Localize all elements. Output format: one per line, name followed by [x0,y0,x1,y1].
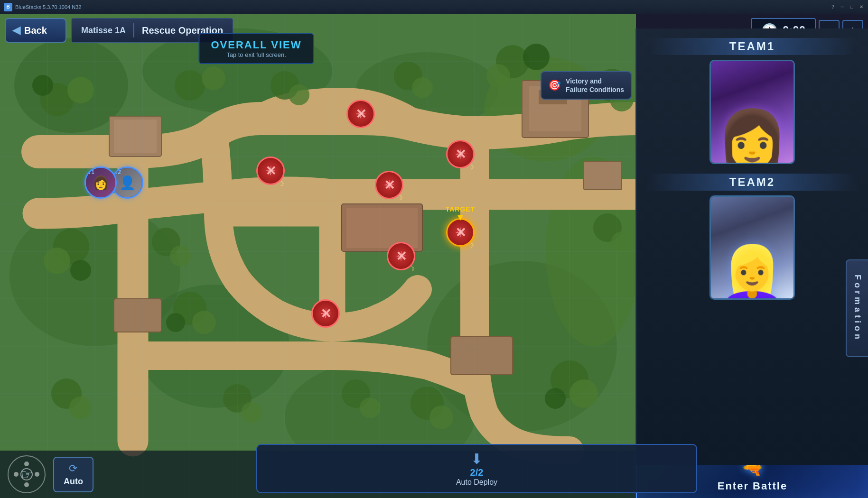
svg-point-40 [611,231,632,252]
team1-avatar-card[interactable]: 👩 [709,60,795,164]
auto-deploy-label: Auto Deploy [456,478,497,487]
formation-button[interactable]: Formation [846,259,868,357]
svg-rect-17 [451,337,513,375]
enemy-marker-6[interactable]: ✕ ☽ [387,242,415,270]
overall-view-title: OVERALL VIEW [211,39,301,51]
t1-label: T1 [88,169,94,175]
svg-point-45 [69,397,92,419]
target-arrow: ▼ [456,212,465,223]
team1-block: TEAM1 👩 [646,38,859,164]
vf-line2: Failure Conditions [566,86,624,93]
auto-label: Auto [64,477,83,487]
window-controls: ? ─ □ ✕ [830,4,864,10]
auto-deploy-button[interactable]: ⬇ 2/2 Auto Deploy [256,444,697,493]
deploy-count: 2/2 [470,467,484,478]
svg-point-34 [170,246,191,267]
team2-avatar-card[interactable]: 👱‍♀️ [709,195,795,300]
victory-icon: 🎯 [548,79,561,92]
enemy-marker-4[interactable]: ✕ ☽ [446,140,475,168]
svg-rect-19 [584,161,622,190]
back-arrow-icon: ◀ [12,24,20,37]
restore-button[interactable]: □ [849,4,855,10]
enemy-marker-5-target[interactable]: TARGET ▼ ✕ ☽ [446,218,475,247]
svg-point-24 [202,66,225,90]
svg-point-21 [67,77,94,103]
app-icon: B [4,3,12,11]
teams-container: TEAM1 👩 TEAM2 👱‍♀️ [636,28,868,465]
team1-label: TEAM1 [646,38,859,55]
stage-label: Matisse 1A [81,26,126,36]
team1-avatar-marker[interactable]: T1 👩 [84,166,117,199]
move-control-svg [8,455,46,493]
team2-block: TEAM2 👱‍♀️ [646,174,859,300]
app-name: BlueStacks 5.3.70.1004 N32 [15,4,81,10]
close-button[interactable]: ✕ [859,4,864,10]
move-control[interactable]: ☞ [8,455,46,493]
auto-icon: ⟳ [69,462,77,475]
svg-point-28 [486,64,510,88]
overall-view-sub: Tap to exit full screen. [211,51,301,58]
svg-point-78 [24,461,29,466]
game-area: ✕ ☽ ✕ ✕ ☽ ✕ ☽ TARGET ▼ ✕ ☽ ✕ ☽ ✕ [0,14,868,498]
team-markers[interactable]: T1 👩 T2 👤 [84,166,143,199]
svg-point-43 [166,313,185,332]
svg-point-36 [289,84,309,105]
right-panel: TEAM1 👩 TEAM2 👱‍♀️ [635,28,868,465]
victory-text: Victory and Failure Conditions [566,77,624,94]
overall-view-popup[interactable]: OVERALL VIEW Tap to exit full screen. [198,33,314,64]
svg-point-52 [545,388,566,409]
svg-point-79 [24,482,29,487]
svg-rect-11 [114,120,157,153]
svg-rect-16 [346,208,418,248]
enemy-marker-2[interactable]: ✕ [346,100,375,128]
svg-point-49 [429,406,453,429]
svg-point-32 [70,260,91,281]
svg-point-81 [35,472,39,477]
svg-point-47 [241,402,262,423]
svg-point-26 [412,77,433,98]
t2-label: T2 [114,169,121,175]
svg-point-77 [21,469,32,480]
title-divider [133,23,134,37]
auto-button[interactable]: ⟳ Auto [53,457,93,492]
enemy-marker-1[interactable]: ✕ ☽ [256,157,285,185]
deploy-icon: ⬇ [471,451,483,467]
back-button[interactable]: ◀ Back [5,18,66,43]
back-label: Back [24,25,47,36]
team2-label: TEAM2 [646,174,859,191]
enter-battle-label: Enter Battle [718,480,787,492]
top-ui: ◀ Back Matisse 1A Rescue Operation [0,14,636,66]
titlebar: B BlueStacks 5.3.70.1004 N32 ? ─ □ ✕ [0,0,868,14]
vf-line1: Victory and [566,77,602,85]
victory-failure-button[interactable]: 🎯 Victory and Failure Conditions [541,71,632,100]
enemy-marker-7[interactable]: ✕ [311,299,340,328]
svg-point-54 [360,397,381,418]
svg-point-22 [32,75,53,96]
minimize-button[interactable]: ─ [840,4,845,10]
svg-rect-18 [114,299,161,332]
help-button[interactable]: ? [830,4,836,10]
enemy-marker-3[interactable]: ✕ ☽ [375,171,403,199]
svg-point-42 [192,311,216,334]
svg-point-80 [14,472,19,477]
